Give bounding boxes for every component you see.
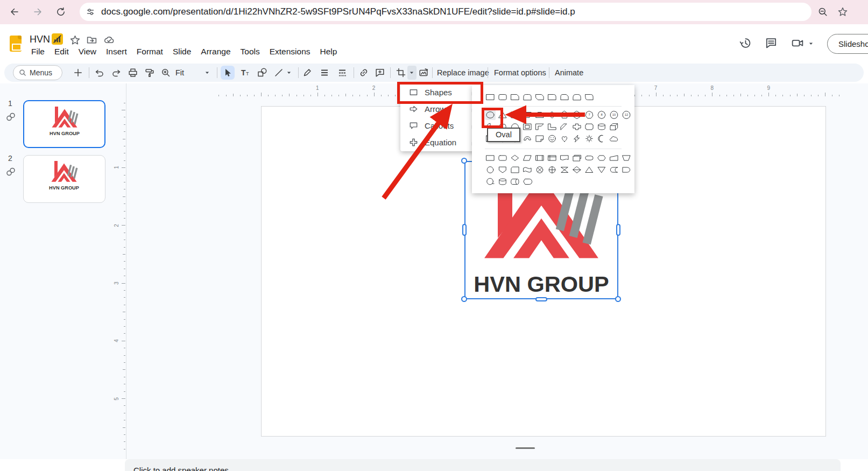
shape-flow-merge-icon[interactable] xyxy=(596,164,607,175)
shape-smiley-icon[interactable] xyxy=(547,133,558,144)
add-comment-button[interactable] xyxy=(375,67,385,78)
shape-flow-terminator-icon[interactable] xyxy=(584,152,595,163)
comments-icon[interactable] xyxy=(765,37,778,50)
shape-heptagon-7-icon[interactable]: 7 xyxy=(584,109,595,120)
shape-flow-sort-icon[interactable] xyxy=(571,164,582,175)
shape-flow-manual-input-icon[interactable] xyxy=(609,152,619,163)
shape-flow-card-icon[interactable] xyxy=(510,164,520,175)
url-text[interactable]: docs.google.com/presentation/d/1Hi22hVNh… xyxy=(101,3,575,21)
menu-item-callouts[interactable]: Callouts xyxy=(400,117,481,134)
zoom-button[interactable] xyxy=(160,67,171,78)
shape-cube-icon[interactable] xyxy=(609,121,619,132)
select-tool-button[interactable] xyxy=(222,67,233,78)
shape-flow-document-icon[interactable] xyxy=(559,152,570,163)
slides-logo-icon[interactable] xyxy=(10,36,22,52)
browser-bookmark-star-icon[interactable] xyxy=(837,6,848,17)
border-dash-button[interactable] xyxy=(337,67,348,78)
shape-round-top-icon[interactable] xyxy=(522,92,533,102)
shape-pentagon-icon[interactable] xyxy=(559,109,570,120)
slide-thumbnail-1[interactable]: HVN GROUP xyxy=(23,100,105,148)
shape-plaque-icon[interactable] xyxy=(584,121,595,132)
shape-round-same-side-icon[interactable] xyxy=(571,92,582,102)
shape-diagonal-stripe-icon[interactable] xyxy=(559,121,570,132)
shape-round-corner-icon[interactable] xyxy=(547,92,558,102)
meet-video-icon[interactable] xyxy=(791,37,804,50)
shape-moon-icon[interactable] xyxy=(596,133,607,144)
shape-frame-icon[interactable] xyxy=(522,121,533,132)
shape-round-rect-icon[interactable] xyxy=(497,92,508,102)
shape-snip-diagonal-icon[interactable] xyxy=(534,92,545,102)
selection-handle-right[interactable] xyxy=(616,224,620,236)
shape-lightning-icon[interactable] xyxy=(571,133,582,144)
shape-rect-icon[interactable] xyxy=(485,92,496,102)
menu-help[interactable]: Help xyxy=(315,46,342,58)
selection-handle-left[interactable] xyxy=(462,224,467,236)
menu-file[interactable]: File xyxy=(26,46,50,58)
shape-flow-sequential-storage-icon[interactable] xyxy=(485,176,496,187)
menus-search-button[interactable]: Menus xyxy=(13,65,62,80)
print-button[interactable] xyxy=(128,67,138,78)
undo-button[interactable] xyxy=(94,67,105,78)
menu-arrange[interactable]: Arrange xyxy=(196,46,235,58)
menu-tools[interactable]: Tools xyxy=(236,46,265,58)
insert-line-button[interactable] xyxy=(273,67,284,78)
insert-link-button[interactable] xyxy=(358,67,369,78)
notes-resize-handle[interactable] xyxy=(516,447,535,449)
menu-view[interactable]: View xyxy=(74,46,101,58)
shape-cloud-icon[interactable] xyxy=(609,133,619,144)
shape-flow-multidocument-icon[interactable] xyxy=(571,152,582,163)
slide-thumbnail-2[interactable]: HVN GROUP xyxy=(23,155,105,203)
shape-folded-corner-icon[interactable] xyxy=(534,133,545,144)
shape-flow-stored-data-icon[interactable] xyxy=(609,164,619,175)
shape-heart-icon[interactable] xyxy=(559,133,570,144)
shape-trapezoid-icon[interactable] xyxy=(534,109,545,120)
shape-round-diagonal-icon[interactable] xyxy=(584,92,595,102)
border-weight-button[interactable] xyxy=(319,67,330,78)
text-box-button[interactable]: TT xyxy=(239,67,250,78)
browser-reload-icon[interactable] xyxy=(55,6,66,17)
redo-button[interactable] xyxy=(111,67,122,78)
shape-hexagon-6-icon[interactable]: 6 xyxy=(571,109,582,120)
border-color-button[interactable] xyxy=(302,67,313,78)
shape-half-frame-icon[interactable] xyxy=(534,121,545,132)
menu-format[interactable]: Format xyxy=(132,46,168,58)
browser-zoom-out-icon[interactable] xyxy=(817,6,828,17)
line-caret-icon[interactable] xyxy=(285,67,293,78)
shape-flow-data-icon[interactable] xyxy=(522,152,533,163)
shape-flow-internal-storage-icon[interactable] xyxy=(547,152,558,163)
selection-handle-bottom[interactable] xyxy=(535,297,547,301)
menu-slide[interactable]: Slide xyxy=(168,46,196,58)
menu-extensions[interactable]: Extensions xyxy=(265,46,315,58)
shape-flow-extract-icon[interactable] xyxy=(584,164,595,175)
shape-flow-summing-junction-icon[interactable] xyxy=(534,164,545,175)
shape-sun-icon[interactable] xyxy=(584,133,595,144)
zoom-select[interactable]: Fit xyxy=(175,64,184,82)
shape-dodecagon-12-icon[interactable]: 12 xyxy=(621,109,632,120)
shape-flow-punched-tape-icon[interactable] xyxy=(522,164,533,175)
shape-block-arc-icon[interactable] xyxy=(522,133,533,144)
shape-flow-off-page-connector-icon[interactable] xyxy=(497,164,508,175)
browser-forward-icon[interactable] xyxy=(32,6,43,17)
recolor-image-button[interactable] xyxy=(418,67,429,78)
replace-image-button[interactable]: Replace image xyxy=(437,64,489,82)
menu-edit[interactable]: Edit xyxy=(50,46,74,58)
paint-format-button[interactable] xyxy=(144,67,155,78)
shape-snip-round-icon[interactable] xyxy=(559,92,570,102)
speaker-notes-panel[interactable]: Click to add speaker notes xyxy=(125,459,841,471)
shape-right-triangle-icon[interactable] xyxy=(510,109,520,120)
shape-flow-collate-icon[interactable] xyxy=(559,164,570,175)
shape-decagon-10-icon[interactable]: 10 xyxy=(609,109,619,120)
shape-parallelogram-icon[interactable] xyxy=(522,109,533,120)
shape-snip-corner-icon[interactable] xyxy=(510,92,520,102)
shape-flow-or-icon[interactable] xyxy=(547,164,558,175)
selection-handle-top-left[interactable] xyxy=(461,158,467,164)
shape-diamond-icon[interactable] xyxy=(547,109,558,120)
shape-flow-decision-icon[interactable] xyxy=(510,152,520,163)
shape-flow-manual-operation-icon[interactable] xyxy=(621,152,632,163)
zoom-caret-icon[interactable] xyxy=(203,67,211,78)
site-info-icon[interactable] xyxy=(85,6,96,17)
shape-flow-process-icon[interactable] xyxy=(485,152,496,163)
meet-caret-icon[interactable] xyxy=(807,40,815,47)
shape-flow-predefined-process-icon[interactable] xyxy=(534,152,545,163)
menu-item-equation[interactable]: Equation xyxy=(400,134,481,151)
